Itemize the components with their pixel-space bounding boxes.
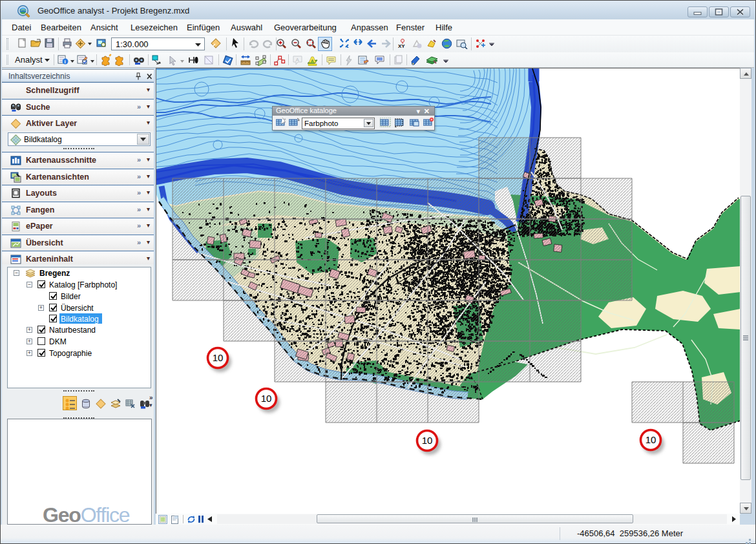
svg-text:i: i — [65, 59, 66, 65]
svg-text:A: A — [296, 57, 300, 63]
svg-text:10: 10 — [646, 434, 656, 445]
svg-text:10: 10 — [261, 393, 272, 404]
svg-text:10: 10 — [213, 352, 224, 363]
svg-text:XY: XY — [398, 43, 405, 49]
svg-text:10: 10 — [422, 435, 433, 446]
